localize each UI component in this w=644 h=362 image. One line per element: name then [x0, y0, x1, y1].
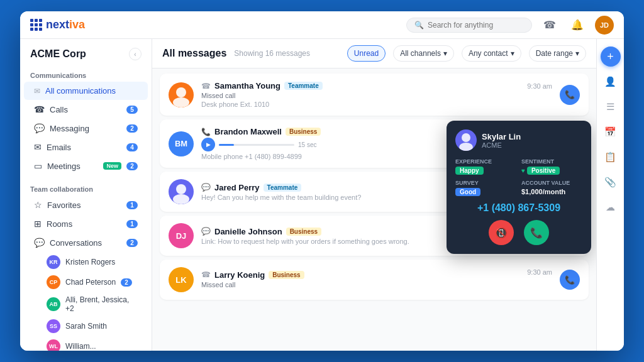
- calls-label: Calls: [50, 105, 121, 114]
- sidebar-item-calls[interactable]: ☎ Calls 5: [24, 100, 148, 119]
- favorites-icon: ☆: [34, 200, 42, 210]
- all-comms-icon: ✉: [34, 87, 40, 96]
- experience-label: EXPERIENCE: [455, 158, 516, 165]
- avatar-danielle: DJ: [169, 223, 194, 248]
- channel-icon-larry: ☎: [201, 270, 211, 279]
- chevron-icon: ▾: [443, 49, 447, 58]
- sidebar-item-meetings[interactable]: ▭ Meetings New 2: [24, 156, 148, 175]
- call-btn-samantha[interactable]: 📞: [560, 85, 580, 105]
- emails-badge: 4: [126, 143, 138, 151]
- content-title: All messages: [162, 48, 226, 59]
- survey-label: SURVEY: [455, 180, 516, 186]
- app-window: nextiva 🔍 ☎ 🔔 JD ACME Corp ‹ Communicati…: [20, 11, 624, 351]
- channel-icon-brandon: 📞: [201, 128, 211, 136]
- right-icon-calendar[interactable]: 📅: [601, 122, 621, 142]
- message-card-larry[interactable]: LK ☎ Larry Koenig Business Missed call 9…: [160, 260, 589, 300]
- rooms-icon: ⊞: [34, 219, 42, 229]
- sidebar-item-messaging[interactable]: 💬 Messaging 2: [24, 119, 148, 138]
- right-icon-notes[interactable]: 📋: [601, 147, 621, 167]
- label-william: William...: [65, 342, 96, 351]
- logo-text: nextiva: [46, 18, 85, 31]
- popup-name: Skylar Lin: [482, 132, 521, 141]
- msg-detail-samantha: Desk phone Ext. 1010: [201, 101, 519, 108]
- badge-chad: 2: [121, 278, 132, 287]
- channel-icon-jared: 💬: [201, 183, 211, 192]
- company-name: ACME Corp: [30, 48, 86, 60]
- sidebar-sub-william[interactable]: WL William...: [24, 336, 148, 351]
- accept-call-btn[interactable]: 📞: [524, 220, 549, 245]
- accept-icon: 📞: [530, 227, 543, 239]
- sidebar-item-emails[interactable]: ✉ Emails 4: [24, 138, 148, 156]
- sidebar-sub-alli[interactable]: AB Alli, Brent, Jessica, +2: [24, 292, 148, 316]
- messaging-icon: 💬: [34, 123, 45, 133]
- popup-experience: EXPERIENCE Happy: [455, 158, 516, 175]
- duration-text: 15 sec: [298, 141, 316, 148]
- sidebar-sub-chad[interactable]: CP Chad Peterson 2: [24, 272, 148, 292]
- user-avatar-nav[interactable]: JD: [595, 16, 614, 35]
- avatar-brandon: BM: [169, 131, 194, 156]
- filter-unread[interactable]: Unread: [347, 45, 386, 62]
- chevron-icon: ▾: [511, 49, 514, 58]
- logo: nextiva: [30, 18, 85, 31]
- emails-icon: ✉: [34, 142, 42, 152]
- sidebar-item-conversations[interactable]: 💬 Conversations 2: [24, 233, 148, 252]
- right-icon-person[interactable]: 👤: [601, 72, 621, 92]
- decline-call-btn[interactable]: 📵: [489, 220, 514, 245]
- phone-nav-btn[interactable]: ☎: [540, 15, 560, 35]
- right-icon-attachment[interactable]: 📎: [601, 172, 621, 192]
- call-btn-larry[interactable]: 📞: [560, 270, 580, 290]
- popup-survey: SURVEY Good: [455, 180, 516, 196]
- favorites-badge: 1: [126, 201, 138, 209]
- fab-add-btn[interactable]: +: [601, 47, 621, 67]
- msg-name-jared: Jared Perry: [214, 183, 260, 192]
- sidebar-sub-kristen[interactable]: KR Kristen Rogers: [24, 252, 148, 272]
- avatar-kristen: KR: [47, 255, 60, 269]
- play-btn[interactable]: ▶: [201, 138, 215, 151]
- sidebar-sub-sarah[interactable]: SS Sarah Smith: [24, 316, 148, 336]
- top-nav: nextiva 🔍 ☎ 🔔 JD: [20, 11, 624, 39]
- avatar-william: WL: [47, 339, 60, 351]
- conversations-icon: 💬: [34, 238, 45, 248]
- avatar-jared: [169, 179, 194, 204]
- conversations-label: Conversations: [50, 238, 121, 248]
- channel-icon-samantha: ☎: [201, 82, 211, 90]
- filter-all-channels[interactable]: All channels ▾: [393, 45, 454, 62]
- popup-actions: 📵 📞: [455, 220, 582, 245]
- popup-phone: +1 (480) 867-5309: [455, 202, 582, 214]
- popup-contact-info: Skylar Lin ACME: [482, 132, 521, 149]
- right-icon-list[interactable]: ☰: [601, 97, 621, 117]
- account-value-label: ACCOUNT VALUE: [521, 180, 582, 186]
- calls-badge: 5: [126, 106, 138, 114]
- msg-time-larry: 9:30 am: [527, 268, 552, 276]
- tag-jared: Teammate: [264, 184, 302, 192]
- messaging-label: Messaging: [50, 124, 121, 133]
- showing-label: Showing 16 messages: [234, 49, 310, 58]
- filter-date-range[interactable]: Date range ▾: [529, 45, 586, 62]
- meetings-icon: ▭: [34, 161, 42, 171]
- msg-name-brandon: Brandon Maxwell: [214, 127, 282, 136]
- popup-header: Skylar Lin ACME: [455, 129, 582, 151]
- filter-any-contact[interactable]: Any contact ▾: [462, 45, 521, 62]
- message-card-samantha[interactable]: ☎ Samantha Young Teammate Missed call De…: [160, 74, 589, 116]
- section-label-comms: Communications: [20, 67, 152, 82]
- search-bar[interactable]: 🔍: [406, 18, 532, 33]
- sidebar-collapse-btn[interactable]: ‹: [129, 48, 142, 60]
- popup-account-value: ACCOUNT VALUE $1,000/month: [521, 180, 582, 196]
- rooms-label: Rooms: [47, 219, 121, 229]
- sidebar-item-rooms[interactable]: ⊞ Rooms 1: [24, 214, 148, 233]
- tag-brandon: Business: [286, 128, 321, 136]
- rooms-badge: 1: [126, 220, 138, 228]
- msg-time-samantha: 9:30 am: [527, 82, 552, 90]
- label-sarah: Sarah Smith: [65, 322, 107, 331]
- sidebar-item-all-comms[interactable]: ✉ All communications: [24, 82, 148, 100]
- svg-point-3: [173, 194, 189, 204]
- svg-point-2: [176, 184, 186, 194]
- right-icon-cloud[interactable]: ☁: [601, 197, 621, 217]
- avatar-larry: LK: [169, 267, 194, 292]
- sidebar-header: ACME Corp ‹: [20, 39, 152, 67]
- search-input[interactable]: [428, 21, 516, 30]
- msg-sub-samantha: Missed call: [201, 92, 519, 99]
- sidebar-item-favorites[interactable]: ☆ Favorites 1: [24, 195, 148, 214]
- msg-body-larry: ☎ Larry Koenig Business Missed call: [201, 270, 519, 290]
- bell-nav-btn[interactable]: 🔔: [567, 15, 587, 35]
